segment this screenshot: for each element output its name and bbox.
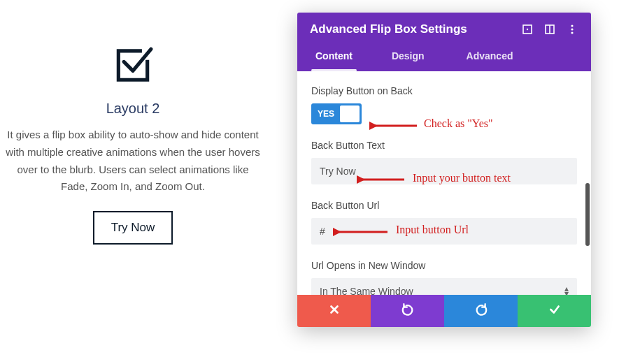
save-button[interactable] <box>518 295 591 327</box>
select-arrows-icon: ▴▾ <box>564 286 569 295</box>
back-button-text-label: Back Button Text <box>311 140 577 151</box>
svg-point-1 <box>527 29 528 30</box>
more-icon[interactable] <box>566 23 578 36</box>
try-now-button[interactable]: Try Now <box>93 211 173 245</box>
undo-icon <box>401 303 414 319</box>
display-button-toggle[interactable]: YES <box>311 103 362 124</box>
panel-scrollbar[interactable] <box>585 183 590 246</box>
panel-title: Advanced Flip Box Settings <box>310 22 511 36</box>
back-button-url-input[interactable] <box>311 218 577 245</box>
url-window-select[interactable]: In The Same Window ▴▾ <box>311 278 577 295</box>
check-icon <box>548 303 561 319</box>
back-button-url-label: Back Button Url <box>311 200 577 211</box>
preview-title: Layout 2 <box>0 101 266 117</box>
field-display-button: Display Button on Back YES <box>311 85 577 124</box>
dock-icon[interactable] <box>543 23 556 36</box>
display-button-label: Display Button on Back <box>311 85 577 96</box>
field-back-button-url: Back Button Url <box>311 200 577 245</box>
panel-footer <box>297 295 591 327</box>
url-window-label: Url Opens in New Window <box>311 260 577 271</box>
undo-button[interactable] <box>371 295 444 327</box>
back-button-text-input[interactable] <box>311 158 577 184</box>
toggle-yes-label: YES <box>313 109 339 119</box>
url-window-value: In The Same Window <box>320 286 413 295</box>
svg-point-6 <box>571 31 573 34</box>
checkmark-box-icon <box>111 75 155 87</box>
svg-point-4 <box>571 24 573 27</box>
tab-content[interactable]: Content <box>303 42 365 71</box>
svg-point-5 <box>571 28 573 30</box>
settings-panel: Advanced Flip Box Settings Content Desig… <box>297 13 591 327</box>
cancel-button[interactable] <box>297 295 371 327</box>
redo-icon <box>475 303 488 319</box>
tab-design[interactable]: Design <box>379 42 437 71</box>
panel-tabs: Content Design Advanced <box>297 42 591 71</box>
panel-header: Advanced Flip Box Settings Content Desig… <box>297 13 591 71</box>
toggle-knob <box>340 105 360 122</box>
flipbox-preview: Layout 2 It gives a flip box ability to … <box>0 42 266 245</box>
tab-advanced[interactable]: Advanced <box>454 42 526 71</box>
field-back-button-text: Back Button Text <box>311 140 577 184</box>
field-url-window: Url Opens in New Window In The Same Wind… <box>311 260 577 295</box>
close-icon <box>328 303 341 319</box>
preview-description: It gives a flip box ability to auto-show… <box>0 126 266 196</box>
redo-button[interactable] <box>444 295 518 327</box>
panel-body: Display Button on Back YES Back Button T… <box>297 71 591 295</box>
fullscreen-icon[interactable] <box>521 23 534 36</box>
